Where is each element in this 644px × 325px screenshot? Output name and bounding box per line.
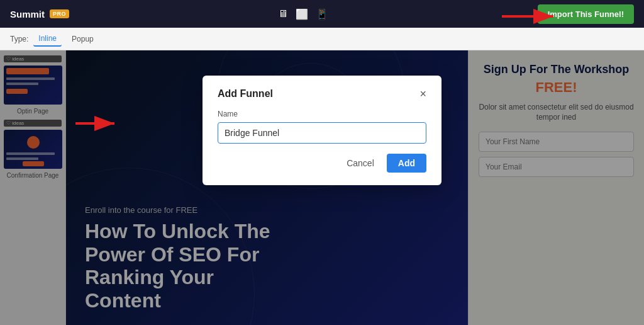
device-switcher: 🖥 ⬜ 📱 bbox=[278, 8, 328, 20]
topbar-left: Summit PRO bbox=[10, 9, 69, 20]
funnel-name-input[interactable] bbox=[218, 122, 426, 144]
modal-title: Add Funnel bbox=[218, 88, 273, 100]
import-arrow-indicator bbox=[502, 8, 558, 25]
app-brand: Summit bbox=[10, 9, 45, 20]
mobile-icon[interactable]: 📱 bbox=[316, 8, 328, 20]
desktop-icon[interactable]: 🖥 bbox=[278, 8, 288, 20]
modal-arrow-indicator bbox=[75, 115, 119, 132]
main-layout: ♡ ideas Optin Page ♡ ideas bbox=[0, 50, 644, 325]
modal-name-label: Name bbox=[218, 110, 426, 118]
tablet-icon[interactable]: ⬜ bbox=[296, 8, 308, 20]
modal-actions: Cancel Add bbox=[218, 154, 426, 173]
modal-header: Add Funnel × bbox=[218, 88, 426, 100]
tab-inline[interactable]: Inline bbox=[33, 31, 62, 47]
add-funnel-modal: Add Funnel × Name Cancel Add bbox=[203, 76, 441, 185]
type-label: Type: bbox=[10, 35, 28, 43]
modal-close-button[interactable]: × bbox=[419, 88, 426, 100]
subbar: Type: Inline Popup bbox=[0, 28, 644, 50]
tab-popup[interactable]: Popup bbox=[67, 32, 99, 46]
add-button[interactable]: Add bbox=[387, 154, 426, 173]
app-badge: PRO bbox=[50, 9, 69, 18]
cancel-button[interactable]: Cancel bbox=[340, 154, 380, 172]
modal-overlay: Add Funnel × Name Cancel Add bbox=[0, 50, 644, 325]
